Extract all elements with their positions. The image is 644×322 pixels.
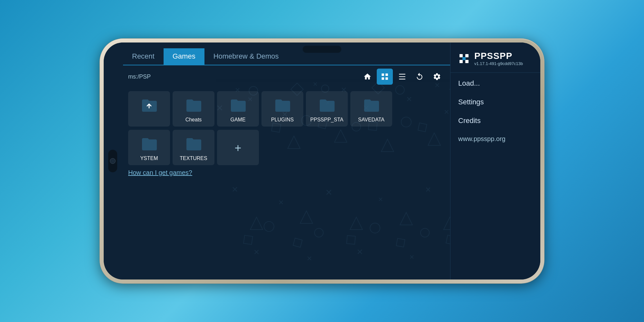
svg-rect-68 xyxy=(459,60,463,63)
list-view-button[interactable] xyxy=(394,69,410,85)
toolbar-buttons xyxy=(359,69,445,85)
menu-load[interactable]: Load... xyxy=(450,74,540,93)
svg-rect-66 xyxy=(459,54,463,57)
menu-settings[interactable]: Settings xyxy=(450,93,540,111)
ppsspp-app-title: PPSSPP xyxy=(474,51,523,61)
file-item-textures[interactable]: TEXTURES xyxy=(173,130,214,165)
add-folder-button[interactable]: + xyxy=(217,130,259,165)
ppsspp-title-block: PPSSPP v1.17.1-491-g9cdd97c13b xyxy=(474,51,523,66)
menu-divider-1 xyxy=(450,72,540,73)
file-label-cheats: Cheats xyxy=(185,117,202,123)
file-label-ppsspp-sta: PPSSPP_STA xyxy=(310,117,344,123)
tab-games[interactable]: Games xyxy=(164,48,204,65)
savedata-folder-icon xyxy=(362,96,380,114)
cheats-folder-icon xyxy=(185,96,203,114)
textures-folder-icon xyxy=(185,135,203,153)
game-folder-icon xyxy=(229,96,247,114)
svg-rect-69 xyxy=(465,60,469,63)
screen: ✕ ✕ ✕ ✕ ✕ ✕ ✕ ✕ ✕ xyxy=(104,43,540,279)
ppsspp-sta-folder-icon xyxy=(318,96,336,114)
file-label-plugins: PLUGINS xyxy=(271,117,294,123)
file-item-ystem[interactable]: YSTEM xyxy=(128,130,170,165)
svg-rect-70 xyxy=(462,57,466,60)
right-panel: PPSSPP v1.17.1-491-g9cdd97c13b Load... S… xyxy=(450,43,540,279)
up-folder-icon xyxy=(140,96,158,114)
add-icon: + xyxy=(234,141,241,155)
phone-frame: ✕ ✕ ✕ ✕ ✕ ✕ ✕ ✕ ✕ xyxy=(100,39,544,283)
path-bar: ms:/PSP xyxy=(123,65,450,88)
phone-screen: ✕ ✕ ✕ ✕ ✕ ✕ ✕ ✕ ✕ xyxy=(104,43,540,279)
file-row-1: Cheats GAME xyxy=(123,88,450,127)
ppsspp-header: PPSSPP v1.17.1-491-g9cdd97c13b xyxy=(450,48,540,71)
file-item-up[interactable] xyxy=(128,91,170,127)
tab-recent[interactable]: Recent xyxy=(123,48,164,65)
file-label-savedata: SAVEDATA xyxy=(358,117,384,123)
plugins-folder-icon xyxy=(273,96,291,114)
current-path: ms:/PSP xyxy=(128,73,355,80)
ppsspp-logo-icon xyxy=(457,52,471,66)
svg-rect-67 xyxy=(465,54,469,57)
tab-homebrew[interactable]: Homebrew & Demos xyxy=(204,48,288,65)
settings-button[interactable] xyxy=(429,69,445,85)
file-item-cheats[interactable]: Cheats xyxy=(173,91,214,127)
phone-notch xyxy=(303,46,341,53)
back-button[interactable] xyxy=(412,69,428,85)
file-item-savedata[interactable]: SAVEDATA xyxy=(350,91,392,127)
file-row-2: YSTEM TEXTURES xyxy=(123,127,450,165)
file-item-ppsspp-sta[interactable]: PPSSPP_STA xyxy=(306,91,348,127)
home-button[interactable] xyxy=(359,69,375,85)
file-item-plugins[interactable]: PLUGINS xyxy=(261,91,303,127)
menu-credits[interactable]: Credits xyxy=(450,111,540,130)
file-label-ystem: YSTEM xyxy=(140,156,158,161)
camera-lens xyxy=(110,158,116,164)
main-area: Recent Games Homebrew & Demos ms:/PSP xyxy=(104,43,450,279)
side-camera xyxy=(108,150,117,172)
ppsspp-version-text: v1.17.1-491-g9cdd97c13b xyxy=(474,61,523,66)
menu-website[interactable]: www.ppsspp.org xyxy=(450,130,540,148)
grid-view-button[interactable] xyxy=(377,69,393,85)
file-item-game[interactable]: GAME xyxy=(217,91,259,127)
file-label-game: GAME xyxy=(230,117,245,123)
file-label-textures: TEXTURES xyxy=(180,156,207,161)
app-content: Recent Games Homebrew & Demos ms:/PSP xyxy=(104,43,540,279)
get-games-link[interactable]: How can I get games? xyxy=(123,165,450,180)
tab-bar: Recent Games Homebrew & Demos xyxy=(123,43,450,65)
ystem-folder-icon xyxy=(140,135,158,153)
